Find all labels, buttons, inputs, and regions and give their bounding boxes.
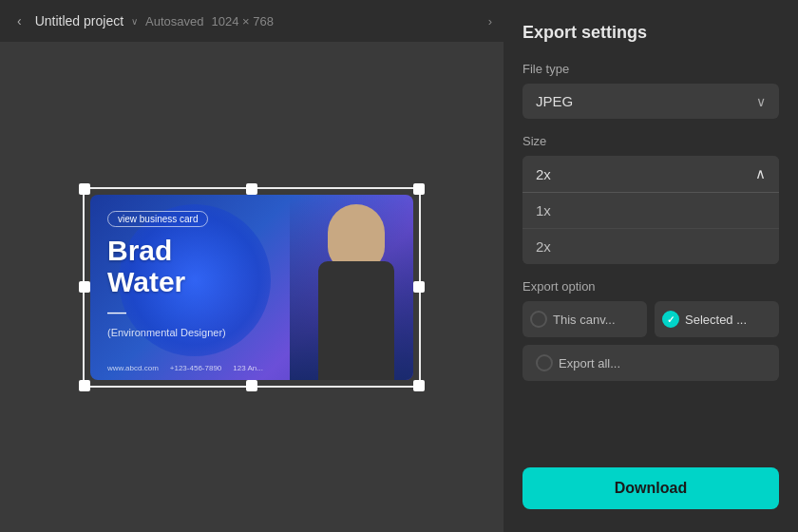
size-label: Size (522, 134, 779, 148)
export-all-check (536, 354, 553, 371)
this-canvas-label: This canv... (553, 313, 616, 327)
handle-middle-right[interactable] (413, 281, 425, 293)
card-footer: www.abcd.com +123-456-7890 123 An... (107, 364, 404, 372)
file-type-dropdown[interactable]: JPEG ∨ (522, 84, 779, 119)
export-option-label: Export option (522, 279, 779, 294)
person-silhouette (299, 204, 413, 380)
file-type-chevron-icon: ∨ (756, 94, 766, 109)
export-all-label: Export all... (559, 356, 620, 370)
top-bar: ‹ Untitled project ∨ Autosaved 1024 × 76… (0, 0, 504, 42)
size-dropdown[interactable]: 2x ∧ 1x 2x (522, 156, 779, 264)
handle-bottom-right[interactable] (413, 380, 425, 391)
size-chevron-icon: ∧ (755, 165, 766, 182)
selected-label: Selected ... (685, 313, 747, 327)
handle-top-right[interactable] (413, 183, 425, 195)
this-canvas-button[interactable]: This canv... (522, 301, 647, 337)
autosaved-label: Autosaved (145, 14, 203, 28)
card-name-line1: Brad Water (107, 235, 226, 297)
size-option-2x[interactable]: 2x (522, 228, 779, 264)
person-body (318, 261, 394, 380)
handle-top-middle[interactable] (246, 183, 257, 195)
forward-button[interactable]: › (488, 14, 492, 28)
card-person-area (290, 195, 413, 380)
business-card: view business card Brad Water — (Environ… (90, 195, 413, 380)
project-title: Untitled project (35, 13, 124, 28)
size-selected-row[interactable]: 2x ∧ (522, 156, 779, 192)
export-panel: Export settings File type JPEG ∨ Size 2x… (504, 0, 798, 532)
card-address: 123 An... (233, 364, 263, 372)
card-wrapper[interactable]: view business card Brad Water — (Environ… (90, 195, 413, 380)
resolution-label: 1024 × 768 (212, 14, 274, 28)
handle-middle-left[interactable] (79, 281, 90, 293)
panel-title: Export settings (522, 23, 779, 43)
card-phone: +123-456-7890 (170, 364, 222, 372)
canvas-area: ‹ Untitled project ∨ Autosaved 1024 × 76… (0, 0, 504, 532)
export-options-grid: This canv... Selected ... (522, 301, 779, 337)
size-current-value: 2x (536, 166, 551, 182)
selected-check (662, 311, 679, 328)
card-dash: — (107, 301, 226, 323)
selected-button[interactable]: Selected ... (655, 301, 779, 337)
file-type-value: JPEG (536, 93, 573, 109)
file-type-label: File type (522, 62, 779, 76)
handle-bottom-left[interactable] (79, 380, 90, 391)
export-all-button[interactable]: Export all... (522, 345, 779, 381)
card-website: www.abcd.com (107, 364, 159, 372)
download-button[interactable]: Download (522, 467, 779, 509)
this-canvas-check (530, 311, 547, 328)
card-text-area: view business card Brad Water — (Environ… (107, 209, 226, 338)
canvas-content: view business card Brad Water — (Environ… (0, 42, 504, 532)
size-options-list: 1x 2x (522, 192, 779, 264)
project-chevron-icon: ∨ (131, 16, 138, 27)
size-option-1x[interactable]: 1x (522, 193, 779, 228)
handle-top-left[interactable] (79, 183, 90, 195)
card-subtitle: (Environmental Designer) (107, 327, 226, 338)
back-button[interactable]: ‹ (11, 10, 28, 32)
card-tag: view business card (107, 211, 208, 227)
handle-bottom-middle[interactable] (246, 380, 257, 391)
